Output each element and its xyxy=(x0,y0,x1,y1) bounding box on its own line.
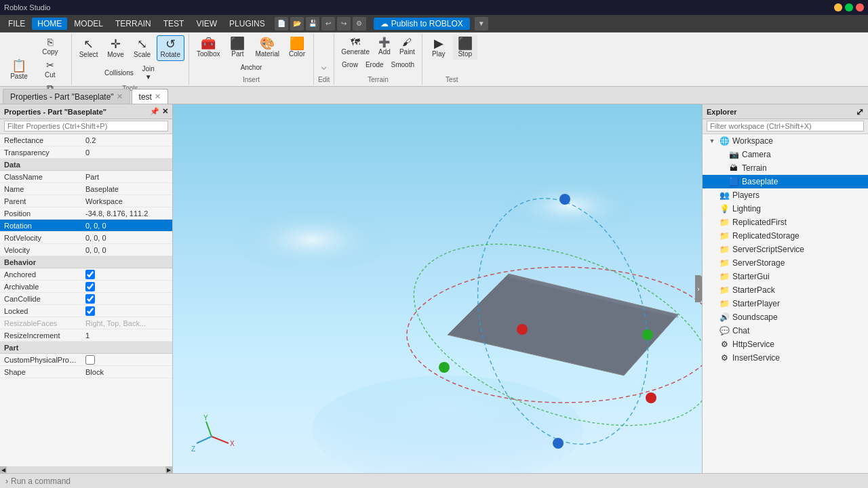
prop-checkbox-archivable[interactable] xyxy=(85,282,95,291)
prop-checkbox-cancollide[interactable] xyxy=(85,294,95,304)
prop-row-rotvelocity[interactable]: RotVelocity0, 0, 0 xyxy=(0,232,172,244)
prop-row-resizablefaces[interactable]: ResizableFacesRight, Top, Back... xyxy=(0,317,172,329)
viewport[interactable]: X Y Z › xyxy=(173,104,702,473)
explorer-filter-input[interactable] xyxy=(707,121,864,131)
copy-btn[interactable]: ⎘ Copy xyxy=(33,35,67,57)
erode-btn[interactable]: Erode xyxy=(363,60,387,70)
open-icon[interactable]: 📂 xyxy=(290,17,304,30)
collisions-btn[interactable]: Collisions xyxy=(102,68,136,78)
smooth-btn[interactable]: Smooth xyxy=(389,60,417,70)
prop-row-rotation[interactable]: Rotation0, 0, 0 xyxy=(0,220,172,232)
explorer-item-workspace[interactable]: ▼🌐Workspace xyxy=(703,134,868,148)
prop-row-classname[interactable]: ClassNamePart xyxy=(0,171,172,183)
expand-arrow-camera[interactable] xyxy=(717,150,726,159)
tab-test[interactable]: test ✕ xyxy=(132,89,168,104)
material-btn[interactable]: 🎨 Material xyxy=(252,35,283,60)
explorer-item-httpservice[interactable]: ⚙HttpService xyxy=(703,338,868,351)
grow-btn[interactable]: Grow xyxy=(339,60,361,70)
prop-row-name[interactable]: NameBaseplate xyxy=(0,183,172,195)
part-btn[interactable]: ⬛ Part xyxy=(225,35,250,60)
tab-properties[interactable]: Properties - Part "Baseplate" ✕ xyxy=(3,89,130,104)
play-btn[interactable]: ▶ Play xyxy=(427,35,451,60)
expand-arrow-starterpack[interactable] xyxy=(708,286,716,294)
expand-arrow-baseplate[interactable] xyxy=(717,178,726,186)
undo-icon[interactable]: ↩ xyxy=(321,17,335,30)
menu-test[interactable]: TEST xyxy=(158,18,190,30)
prop-row-anchored[interactable]: Anchored xyxy=(0,268,172,281)
maximize-btn[interactable] xyxy=(845,3,853,12)
prop-scroll-track[interactable] xyxy=(7,466,165,473)
expand-arrow-serverscriptservice[interactable] xyxy=(708,245,716,253)
stop-btn[interactable]: ⬛ Stop xyxy=(453,35,477,60)
move-btn[interactable]: ✛ Move xyxy=(104,36,128,60)
select-btn[interactable]: ↖ Select xyxy=(76,36,102,60)
explorer-item-replicatedstorage[interactable]: 📁ReplicatedStorage xyxy=(703,229,868,243)
color-btn[interactable]: 🟧 Color xyxy=(285,35,309,60)
expand-arrow-startergui[interactable] xyxy=(708,272,716,281)
expand-arrow-replicatedstorage[interactable] xyxy=(708,232,716,240)
anchor-btn[interactable]: Anchor xyxy=(238,62,265,73)
prop-row-locked[interactable]: Locked xyxy=(0,305,172,317)
prop-checkbox-locked[interactable] xyxy=(85,306,95,316)
paste-btn[interactable]: 📋 Paste xyxy=(7,58,31,82)
menu-model[interactable]: MODEL xyxy=(68,18,108,30)
prop-row-reflectance[interactable]: Reflectance0.2 xyxy=(0,134,172,146)
publish-btn[interactable]: ☁ Publish to ROBLOX xyxy=(374,18,470,30)
tab-properties-close[interactable]: ✕ xyxy=(117,92,123,101)
viewport-canvas[interactable]: X Y Z › xyxy=(173,104,702,473)
explorer-item-insertservice[interactable]: ⚙InsertService xyxy=(703,351,868,365)
prop-row-transparency[interactable]: Transparency0 xyxy=(0,146,172,159)
explorer-item-soundscape[interactable]: 🔊Soundscape xyxy=(703,310,868,324)
prop-row-parent[interactable]: ParentWorkspace xyxy=(0,195,172,207)
expand-arrow-players[interactable] xyxy=(708,191,716,199)
expand-arrow-soundscape[interactable] xyxy=(708,313,716,321)
scale-btn[interactable]: ⤡ Scale xyxy=(130,36,155,60)
expand-arrow-chat[interactable] xyxy=(708,327,716,335)
prop-checkbox-anchored[interactable] xyxy=(85,270,95,279)
menu-terrain[interactable]: TERRAIN xyxy=(110,18,157,30)
explorer-item-camera[interactable]: 📷Camera xyxy=(703,148,868,161)
explorer-item-baseplate[interactable]: 🟦Baseplate xyxy=(703,175,868,188)
prop-checkbox-customphysicalproperties[interactable] xyxy=(85,355,95,365)
explorer-item-startergui[interactable]: 📁StarterGui xyxy=(703,270,868,283)
properties-pin-icon[interactable]: 📌 xyxy=(150,107,159,116)
toolbox-btn[interactable]: 🧰 Toolbox xyxy=(193,35,223,60)
cut-btn[interactable]: ✂ Cut xyxy=(33,58,67,80)
rotate-btn[interactable]: ↺ Rotate xyxy=(157,35,184,61)
expand-arrow-serverstorage[interactable] xyxy=(708,259,716,267)
prop-scroll-left[interactable]: ◀ xyxy=(0,466,7,473)
explorer-item-serverscriptservice[interactable]: 📁ServerScriptService xyxy=(703,243,868,256)
close-btn[interactable] xyxy=(856,3,864,12)
explorer-expand-icon[interactable]: ⤢ xyxy=(856,106,864,117)
new-file-icon[interactable]: 📄 xyxy=(275,17,288,30)
generate-btn[interactable]: 🗺 Generate xyxy=(338,35,372,57)
explorer-item-terrain[interactable]: 🏔Terrain xyxy=(703,161,868,175)
explorer-item-players[interactable]: 👥Players xyxy=(703,188,868,202)
prop-row-archivable[interactable]: Archivable xyxy=(0,281,172,293)
prop-row-shape[interactable]: ShapeBlock xyxy=(0,366,172,378)
settings-icon[interactable]: ⚙ xyxy=(353,17,366,30)
redo-icon[interactable]: ↪ xyxy=(337,17,351,30)
prop-scroll-right[interactable]: ▶ xyxy=(165,466,172,473)
expand-arrow-starterplayer[interactable] xyxy=(708,300,716,308)
expand-arrow-httpservice[interactable] xyxy=(708,340,716,348)
prop-row-customphysicalproperties[interactable]: CustomPhysicalProperties xyxy=(0,354,172,366)
command-input[interactable] xyxy=(11,476,863,486)
expand-arrow-lighting[interactable] xyxy=(708,205,716,213)
expand-arrow-insertservice[interactable] xyxy=(708,354,716,362)
expand-arrow-workspace[interactable]: ▼ xyxy=(708,137,716,145)
explorer-item-starterplayer[interactable]: 📁StarterPlayer xyxy=(703,297,868,310)
explorer-item-starterpack[interactable]: 📁StarterPack xyxy=(703,283,868,297)
explorer-item-replicatedfirst[interactable]: 📁ReplicatedFirst xyxy=(703,216,868,229)
menu-view[interactable]: VIEW xyxy=(191,18,222,30)
tab-test-close[interactable]: ✕ xyxy=(155,92,161,101)
prop-row-position[interactable]: Position-34.8, 8.176, 111.2 xyxy=(0,207,172,220)
prop-row-velocity[interactable]: Velocity0, 0, 0 xyxy=(0,244,172,256)
save-icon[interactable]: 💾 xyxy=(306,17,319,30)
paint-btn[interactable]: 🖌 Paint xyxy=(397,35,418,57)
join-btn[interactable]: Join ▼ xyxy=(138,64,159,82)
properties-close-icon[interactable]: ✕ xyxy=(162,107,168,116)
explorer-item-serverstorage[interactable]: 📁ServerStorage xyxy=(703,256,868,270)
prop-row-resizeincrement[interactable]: ResizeIncrement1 xyxy=(0,329,172,342)
minimize-btn[interactable] xyxy=(834,3,842,12)
